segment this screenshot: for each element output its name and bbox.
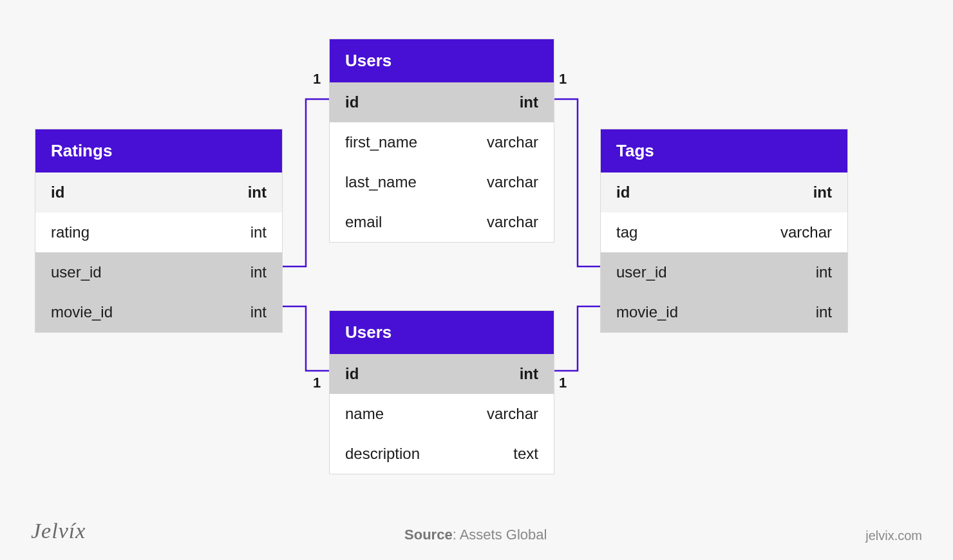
- column-name: user_id: [51, 263, 102, 281]
- table-row: rating int: [35, 212, 282, 252]
- column-type: int: [520, 365, 538, 383]
- table-header-users-top: Users: [330, 39, 554, 82]
- column-name: tag: [616, 223, 637, 241]
- table-row: first_name varchar: [330, 122, 554, 162]
- column-name: rating: [51, 223, 90, 241]
- table-row: tag varchar: [601, 212, 847, 252]
- table-tags: Tags id int tag varchar user_id int movi…: [600, 129, 848, 333]
- column-name: first_name: [345, 133, 417, 151]
- cardinality-1c: 1: [313, 375, 321, 391]
- cardinality-1b: 1: [559, 71, 567, 88]
- jelvix-logo: Jelvíx: [31, 519, 86, 543]
- site-url: jelvix.com: [865, 528, 922, 543]
- column-type: int: [248, 183, 267, 201]
- column-type: text: [513, 445, 538, 463]
- column-name: id: [51, 183, 64, 201]
- column-type: int: [813, 183, 832, 201]
- table-row: id int: [330, 354, 554, 394]
- table-row: id int: [601, 173, 847, 212]
- column-type: int: [816, 263, 832, 281]
- column-type: varchar: [487, 173, 538, 191]
- er-diagram-canvas: 1 1 1 1 Ratings id int rating int user_i…: [0, 0, 953, 560]
- table-row: last_name varchar: [330, 162, 554, 202]
- footer: Jelvíx Source: Assets Global jelvix.com: [0, 519, 953, 543]
- table-row: movie_id int: [601, 292, 847, 332]
- column-name: name: [345, 405, 384, 423]
- table-row: id int: [330, 82, 554, 122]
- table-row: user_id int: [601, 252, 847, 292]
- table-header-ratings: Ratings: [35, 129, 282, 173]
- table-row: email varchar: [330, 202, 554, 242]
- table-row: description text: [330, 434, 554, 474]
- table-header-users-bottom: Users: [330, 311, 554, 354]
- table-row: name varchar: [330, 394, 554, 434]
- table-row: movie_id int: [35, 292, 282, 332]
- table-row: user_id int: [35, 252, 282, 292]
- column-name: id: [345, 365, 359, 383]
- table-users-bottom: Users id int name varchar description te…: [329, 310, 554, 474]
- column-type: int: [250, 223, 267, 241]
- column-type: int: [250, 263, 267, 281]
- column-type: varchar: [487, 405, 538, 423]
- column-type: varchar: [487, 213, 538, 231]
- cardinality-1d: 1: [559, 375, 567, 391]
- cardinality-1a: 1: [313, 71, 321, 88]
- table-ratings: Ratings id int rating int user_id int mo…: [35, 129, 283, 333]
- source-credit: Source: Assets Global: [86, 527, 865, 543]
- column-name: id: [616, 183, 630, 201]
- source-value: Assets Global: [460, 527, 547, 543]
- column-name: movie_id: [616, 303, 678, 321]
- column-type: varchar: [487, 133, 538, 151]
- column-type: int: [520, 93, 538, 111]
- table-row: id int: [35, 173, 282, 212]
- column-name: movie_id: [51, 303, 113, 321]
- column-type: varchar: [780, 223, 832, 241]
- source-label: Source: [404, 527, 453, 543]
- table-header-tags: Tags: [601, 129, 847, 173]
- column-name: last_name: [345, 173, 417, 191]
- column-name: description: [345, 445, 420, 463]
- column-name: user_id: [616, 263, 667, 281]
- column-name: id: [345, 93, 359, 111]
- table-users-top: Users id int first_name varchar last_nam…: [329, 39, 554, 243]
- column-name: email: [345, 213, 382, 231]
- column-type: int: [816, 303, 832, 321]
- column-type: int: [250, 303, 267, 321]
